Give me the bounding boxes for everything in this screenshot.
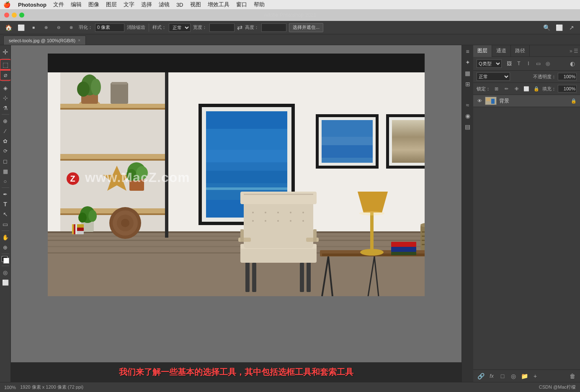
marquee-options-icon[interactable]: ⬜ <box>16 23 26 33</box>
history-brush-tool[interactable]: ⟳ <box>0 146 10 156</box>
layers-icon[interactable]: ≡ <box>463 47 472 56</box>
svg-point-75 <box>265 212 266 213</box>
object-select-tool[interactable]: ◈ <box>0 83 10 93</box>
hand-tool[interactable]: ✋ <box>0 232 10 242</box>
select-mask-button[interactable]: 选择并遮住... <box>289 23 323 32</box>
color-swatches[interactable] <box>2 256 9 264</box>
layer-background-item[interactable]: 👁 背景 🔒 <box>473 95 580 107</box>
swap-dimensions-icon[interactable]: ⇄ <box>237 23 242 31</box>
brush-tool[interactable]: ∕ <box>0 126 10 136</box>
filter-adjust-icon[interactable]: T <box>515 59 523 68</box>
menu-text[interactable]: 文字 <box>121 1 137 8</box>
tab-channels[interactable]: 通道 <box>492 45 511 57</box>
shape-tool[interactable]: ▭ <box>0 219 10 229</box>
eyedropper-tool[interactable]: ⚗ <box>0 103 10 113</box>
text-tool[interactable]: T <box>0 199 10 209</box>
menu-plugins[interactable]: 增效工具 <box>205 1 232 8</box>
title-bar: Adobe Photoshop 2021 <box>0 9 580 21</box>
menu-layer[interactable]: 图层 <box>103 1 119 8</box>
lock-artboard-icon[interactable]: ⬜ <box>522 85 531 93</box>
menu-photoshop[interactable]: Photoshop <box>15 2 49 8</box>
share-icon[interactable]: ↗ <box>567 23 577 33</box>
color-icon[interactable]: ≈ <box>463 100 472 110</box>
filter-kind-select[interactable]: Q类型 <box>477 59 502 68</box>
quick-mask-icon[interactable]: ◎ <box>0 267 10 277</box>
lock-position-icon[interactable]: ✙ <box>512 85 521 93</box>
height-input[interactable] <box>261 23 286 32</box>
document-tab[interactable]: select-tools.jpg @ 100%(RGB/8) × <box>3 36 86 45</box>
subtract-selection-icon[interactable]: ⊖ <box>54 23 64 33</box>
maximize-button[interactable] <box>19 13 24 18</box>
collapse-panel-arrows[interactable]: » ☰ <box>568 48 580 54</box>
workspace-icon[interactable]: ⬜ <box>554 23 564 33</box>
lock-paint-icon[interactable]: ✏ <box>502 85 510 93</box>
menu-image[interactable]: 图像 <box>86 1 102 8</box>
close-button[interactable] <box>4 13 9 18</box>
tab-paths[interactable]: 路径 <box>511 45 530 57</box>
panel-footer: 🔗 fx □ ◎ 📁 + 🗑 <box>473 369 580 382</box>
layer-lock-icon[interactable]: 🔒 <box>571 98 577 104</box>
menu-filter[interactable]: 滤镜 <box>156 1 172 8</box>
add-selection-icon[interactable]: ⊕ <box>41 23 51 33</box>
new-layer-button[interactable]: + <box>531 372 539 380</box>
filter-pixel-icon[interactable]: 🖼 <box>505 59 513 68</box>
healing-brush-tool[interactable]: ⊕ <box>0 116 10 126</box>
crop-tool[interactable]: ⊹ <box>0 93 10 103</box>
histogram-icon[interactable]: ▦ <box>463 69 472 78</box>
new-selection-icon[interactable]: ■ <box>28 23 39 33</box>
lock-all-icon[interactable]: 🔒 <box>532 85 541 93</box>
tab-close-icon[interactable]: × <box>78 38 80 43</box>
filter-toggle[interactable]: ◐ <box>568 59 577 68</box>
svg-rect-64 <box>392 120 425 163</box>
gradients-icon[interactable]: ▤ <box>463 122 472 131</box>
menu-select[interactable]: 选择 <box>139 1 155 8</box>
filter-shape-icon[interactable]: ▭ <box>534 59 542 68</box>
home-button[interactable]: 🏠 <box>3 23 13 33</box>
path-selection-tool[interactable]: ↖ <box>0 209 10 219</box>
layer-visibility-toggle[interactable]: 👁 <box>477 98 482 104</box>
svg-rect-4 <box>48 236 425 237</box>
opacity-input[interactable] <box>558 73 577 80</box>
adjustments-icon[interactable]: ✦ <box>463 58 472 67</box>
filter-icons: 🖼 T I ▭ ◎ <box>505 59 552 68</box>
lock-transparent-icon[interactable]: ⊞ <box>492 85 500 93</box>
filter-type-icon[interactable]: I <box>524 59 533 68</box>
canvas-area[interactable]: Z www.MacZ.com 我们来了解一些基本的选择工具，其中包括选框工具和套… <box>11 45 461 382</box>
dodge-tool[interactable]: ○ <box>0 176 10 186</box>
menu-help[interactable]: 帮助 <box>251 1 267 8</box>
link-layers-button[interactable]: 🔗 <box>477 372 485 380</box>
eraser-tool[interactable]: ◻ <box>0 156 10 166</box>
search-icon[interactable]: 🔍 <box>541 23 552 33</box>
lasso-tool[interactable]: ⌀ <box>0 70 10 80</box>
new-group-button[interactable]: 📁 <box>520 372 528 380</box>
zoom-tool[interactable]: ⊕ <box>0 242 10 252</box>
menu-3d[interactable]: 3D <box>174 2 186 8</box>
tab-layers[interactable]: 图层 <box>473 45 492 57</box>
style-select[interactable]: 正常 <box>169 23 191 32</box>
new-fill-button[interactable]: ◎ <box>509 372 518 380</box>
menu-window[interactable]: 窗口 <box>234 1 250 8</box>
width-input[interactable] <box>209 23 235 32</box>
filter-smart-icon[interactable]: ◎ <box>544 59 552 68</box>
gradient-tool[interactable]: ▦ <box>0 166 10 176</box>
background-color[interactable] <box>3 258 9 264</box>
properties-icon[interactable]: ⊞ <box>463 79 472 89</box>
add-mask-button[interactable]: □ <box>498 372 507 380</box>
screen-mode-icon[interactable]: ⬜ <box>0 277 10 287</box>
clone-stamp-tool[interactable]: ✿ <box>0 136 10 146</box>
delete-layer-button[interactable]: 🗑 <box>568 372 577 380</box>
feather-input[interactable] <box>95 23 124 32</box>
swatches-icon[interactable]: ◉ <box>463 111 472 120</box>
menu-view[interactable]: 视图 <box>188 1 204 8</box>
blend-mode-select[interactable]: 正常 <box>477 72 510 81</box>
menu-edit[interactable]: 编辑 <box>68 1 84 8</box>
layer-effects-button[interactable]: fx <box>487 372 496 380</box>
rectangular-marquee-tool[interactable]: ⬚ <box>0 60 10 70</box>
move-tool[interactable]: ✛ <box>0 47 10 57</box>
apple-menu[interactable]: 🍎 <box>3 1 10 8</box>
intersect-selection-icon[interactable]: ⊗ <box>66 23 76 33</box>
menu-file[interactable]: 文件 <box>51 1 67 8</box>
minimize-button[interactable] <box>12 13 17 18</box>
fill-input[interactable] <box>558 85 577 92</box>
pen-tool[interactable]: ✒ <box>0 189 10 199</box>
